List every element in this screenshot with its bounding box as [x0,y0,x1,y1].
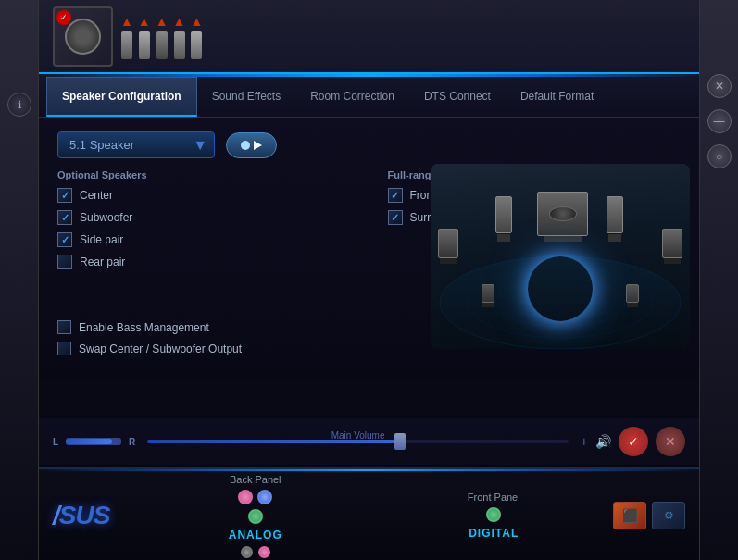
play-triangle-icon [254,141,262,150]
action-buttons: ✓ ✕ [619,427,685,456]
tab-room-correction[interactable]: Room Correction [295,77,409,117]
checkbox-center[interactable]: ✓ Center [57,188,351,203]
checkbox-rear-pair-box[interactable] [57,255,72,269]
asus-logo: /SUS [53,501,118,530]
speaker-select-row: 5.1 Speaker ▼ [57,131,681,158]
tab-dts-connect[interactable]: DTS Connect [409,77,506,117]
analog-port-2[interactable] [258,546,270,558]
plug-3 [156,31,168,59]
play-button[interactable] [226,132,277,158]
speaker-rear-left [482,284,494,307]
arrow-3: ▲ [156,14,169,29]
speaker-surround-left [438,229,458,264]
arrow-1: ▲ [120,14,133,29]
checkbox-side-pair[interactable]: ✓ Side pair [57,232,351,247]
back-port-blue[interactable] [257,490,272,504]
center-sphere [528,256,593,321]
port-1[interactable]: ▲ [120,14,133,59]
digital-label: DIGITAL [469,527,519,540]
close-button[interactable]: ✕ [707,74,732,98]
swap-center-item[interactable]: Swap Center / Subwoofer Output [57,342,242,355]
vol-right-label: R [129,437,135,447]
management-section: Enable Bass Management Swap Center / Sub… [57,320,242,363]
tab-default-format[interactable]: Default Format [506,77,608,117]
plug-2 [139,31,150,59]
checkbox-subwoofer-box[interactable]: ✓ [57,210,72,225]
power-icon: ⬛ [622,508,638,523]
port-4[interactable]: ▲ [173,14,186,59]
back-panel-ports-2 [248,509,263,524]
speaker-front-left [495,196,512,242]
checkmark-surround: ✓ [391,212,399,224]
checkbox-subwoofer-label: Subwoofer [80,211,132,224]
front-port-green[interactable] [486,507,501,522]
checkbox-side-pair-box[interactable]: ✓ [57,232,72,247]
left-sidebar: ℹ [0,0,39,560]
tab-speaker-configuration[interactable]: Speaker Configuration [46,77,197,117]
checkbox-front-lr-box[interactable]: ✓ [388,188,403,203]
back-port-pink[interactable] [238,490,253,504]
device-icon[interactable]: ✓ [53,6,113,67]
info-button[interactable]: ℹ [7,93,31,117]
app-container: ℹ ✕ — ○ ✓ ▲ ▲ [0,0,738,560]
blue-icon[interactable]: ⚙ [652,502,685,529]
port-icons: ▲ ▲ ▲ ▲ ▲ [120,14,203,59]
optional-speakers-header: Optional Speakers [57,169,351,180]
close-icon: ✕ [715,80,724,93]
tab-sound-effects[interactable]: Sound Effects [197,77,296,117]
vol-speaker-icon: 🔊 [595,434,611,449]
analog-port-1[interactable] [241,546,253,558]
back-panel-section: Back Panel ANALOG [136,474,375,558]
port-2[interactable]: ▲ [138,14,151,59]
back-panel-ports [238,490,272,504]
minus-icon: — [714,115,725,128]
front-panel-ports [486,507,501,522]
restore-button[interactable]: ○ [707,144,732,168]
checkbox-rear-pair-label: Rear pair [80,255,125,268]
tab-navigation: Speaker Configuration Sound Effects Room… [39,77,699,118]
bottom-right-icons: ⬛ ⚙ [613,502,685,529]
checkbox-center-box[interactable]: ✓ [57,188,72,203]
cancel-action-button[interactable]: ✕ [656,427,685,456]
settings-icon: ⚙ [664,509,674,522]
speaker-type-wrapper: 5.1 Speaker ▼ [57,131,215,158]
checkbox-center-label: Center [80,189,113,202]
bass-management-checkbox[interactable] [57,320,71,334]
status-content: /SUS Back Panel ANALOG [39,471,699,560]
speaker-center [537,192,588,242]
main-content: ✓ ▲ ▲ ▲ ▲ ▲ [39,0,699,560]
checkmark-front-lr: ✓ [391,190,399,202]
minimize-button[interactable]: — [707,109,732,133]
volume-thumb[interactable] [394,433,406,450]
speaker-rear-right [626,284,639,307]
arrow-5: ▲ [190,14,203,29]
plug-1 [121,31,132,59]
top-bar: ✓ ▲ ▲ ▲ ▲ ▲ [39,0,699,74]
port-5[interactable]: ▲ [190,14,203,59]
vol-plus-label: + [581,434,588,449]
bass-management-label: Enable Bass Management [79,321,209,334]
main-volume-label: Main Volume [331,430,385,441]
checkbox-surround-box[interactable]: ✓ [388,210,403,225]
speaker-front-right [607,196,623,242]
swap-center-checkbox[interactable] [57,342,71,355]
checkmark-center: ✓ [61,190,69,202]
checkmark-side-pair: ✓ [61,234,69,246]
analog-small-ports [241,546,270,558]
port-3[interactable]: ▲ [156,14,169,59]
content-panel: 5.1 Speaker ▼ Optional Speakers ✓ [39,118,699,381]
confirm-button[interactable]: ✓ [619,427,648,456]
orange-icon[interactable]: ⬛ [613,502,646,529]
checkbox-subwoofer[interactable]: ✓ Subwoofer [57,210,351,225]
plug-4 [174,31,185,59]
back-port-green[interactable] [248,509,263,524]
volume-track: Main Volume [147,440,568,443]
arrow-2: ▲ [138,14,151,29]
bass-management-item[interactable]: Enable Bass Management [57,320,242,334]
checkmark-subwoofer: ✓ [61,212,69,224]
vol-left-indicator [66,438,121,445]
status-bar: /SUS Back Panel ANALOG [39,467,699,560]
checkbox-rear-pair[interactable]: Rear pair [57,255,351,269]
speaker-type-select[interactable]: 5.1 Speaker [57,131,215,158]
back-panel-label: Back Panel [230,474,281,485]
